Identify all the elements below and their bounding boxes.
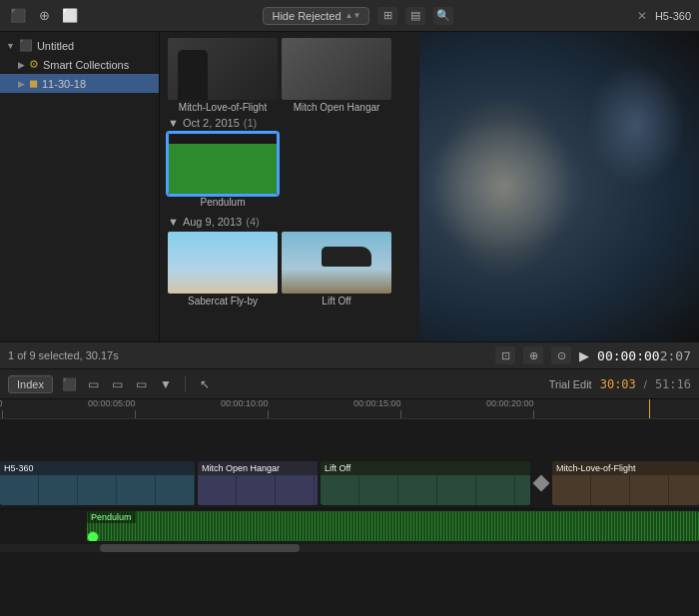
ruler-label: 00:00:05:00 [88,399,136,408]
video-track-row: H5-360 Mitch Open Hangar Lift Off Mitch-… [0,459,699,509]
arrow-icon: ▼ [6,41,15,51]
date-header: ▼ Oct 2, 2015 (1) [164,115,415,131]
toolbar-left: ⬛ ⊕ ⬜ [8,6,80,26]
timeline-transition[interactable] [533,461,549,505]
sidebar-item-label: Untitled [37,40,153,52]
count-badge: (1) [244,117,257,129]
sidebar-item-smart-collections[interactable]: ▶ ⚙ Smart Collections [0,55,159,74]
trial-edit-label: Trial Edit [549,378,592,390]
thumbnail-label: Sabercat Fly-by [188,296,258,307]
info-bar: 1 of 9 selected, 30.17s ⊡ ⊕ ⊙ ▶ 00:00:00… [0,341,699,369]
zoom-icon[interactable]: ⊕ [523,346,543,364]
thumbnail-mitch-love [168,38,278,100]
clip-appearance-icon[interactable]: ⊡ [495,346,515,364]
zoom-timeline-icon[interactable]: ▭ [133,375,151,393]
thumbnail-grid-2: Pendulum [164,131,415,210]
thumbnail-label: Pendulum [200,197,245,208]
date-section-oct2015: ▼ Oct 2, 2015 (1) Pendulum [164,115,415,210]
link-icon[interactable]: ⬛ [61,375,79,393]
thumbnail-grid-1: Mitch-Love-of-Flight Mitch Open Hangar [164,36,415,115]
cursor-icon[interactable]: ↖ [196,375,214,393]
clip-label: Mitch-Love-of-Flight [552,461,699,475]
timeline-ruler: 00:00:00:00 00:00:05:00 00:00:10:00 00:0… [0,399,699,419]
ruler-tick [2,410,3,418]
ruler-tick [268,410,269,418]
film-icon[interactable]: ⬛ [8,6,28,26]
settings-icon[interactable]: ⊙ [551,346,571,364]
list-item[interactable]: Mitch Open Hangar [282,38,391,113]
hide-rejected-button[interactable]: Hide Rejected ▲▼ [263,7,369,25]
filter-icon[interactable]: ▤ [405,7,425,25]
library-icon: ⬛ [19,39,33,52]
date-header: ▼ Aug 9, 2013 (4) [164,214,415,230]
collapse-arrow-icon[interactable]: ▼ [168,216,179,228]
timeline-clip-mitch-open[interactable]: Mitch Open Hangar [198,461,318,505]
thumbnail-grid-3: Sabercat Fly-by Lift Off [164,230,415,308]
thumbnail-liftoff [282,232,391,294]
playback-controls: ▶ [579,348,589,363]
thumbnail-label: Mitch Open Hangar [294,102,380,113]
separator [185,376,186,392]
date-label: Aug 9, 2013 [183,216,242,228]
dropdown-arrow-icon: ▲▼ [346,11,361,20]
list-item[interactable]: Lift Off [282,232,391,307]
top-bar: ⬛ ⊕ ⬜ Hide Rejected ▲▼ ⊞ ▤ 🔍 ✕ H5-360 [0,0,699,32]
timeline-tools: ⬛ ▭ ▭ ▭ ▼ ↖ [61,375,214,393]
blade-icon[interactable]: ▭ [109,375,127,393]
sidebar-item-label: Smart Collections [43,59,153,71]
clip-label: H5-360 [0,461,195,475]
dropdown-icon[interactable]: ▼ [157,375,175,393]
timeline-section: Index ⬛ ▭ ▭ ▭ ▼ ↖ Trial Edit 30:03 / 51:… [0,369,699,552]
horizontal-scrollbar[interactable] [0,544,699,552]
video-preview [419,32,699,341]
ruler-marks: 00:00:00:00 00:00:05:00 00:00:10:00 00:0… [0,399,699,418]
total-timecode: 51:16 [655,377,691,391]
scroll-thumb[interactable] [100,544,300,552]
list-item[interactable]: Mitch-Love-of-Flight [168,38,278,113]
thumbnail-sabercat [168,232,278,294]
main-content: ▼ ⬛ Untitled ▶ ⚙ Smart Collections ▶ ◼ 1… [0,32,699,341]
timecode-value: 00:00:002:07 [597,348,691,363]
toolbar-center: Hide Rejected ▲▼ ⊞ ▤ 🔍 [88,7,629,25]
clip-icon[interactable]: ▭ [85,375,103,393]
sidebar-item-label: 11-30-18 [42,78,153,90]
arrow-icon: ▶ [18,60,25,70]
audio-waveform [87,511,699,541]
timeline-header-right: Trial Edit 30:03 / 51:16 [222,377,691,391]
timeline-empty-space [0,419,699,459]
timeline-clip-h5360[interactable]: H5-360 [0,461,195,505]
sidebar-item-11-30-18[interactable]: ▶ ◼ 11-30-18 [0,74,159,93]
timeline-clip-mitch-love[interactable]: Mitch-Love-of-Flight [552,461,699,505]
selection-count-label: 1 of 9 selected, 30.17s [8,349,119,361]
arrow-icon: ▶ [18,79,25,89]
index-tab[interactable]: Index [8,375,53,393]
transition-icon [533,475,550,492]
preview-panel [419,32,699,341]
browser-panel: Mitch-Love-of-Flight Mitch Open Hangar ▼… [160,32,419,341]
clip-frames [198,475,318,505]
playhead[interactable] [649,399,650,418]
search-icon[interactable]: 🔍 [433,7,453,25]
timeline-clip-liftoff[interactable]: Lift Off [321,461,530,505]
library-panel: ▼ ⬛ Untitled ▶ ⚙ Smart Collections ▶ ◼ 1… [0,32,160,341]
audio-clip-label: Pendulum [87,511,136,523]
export-icon[interactable]: ⬜ [60,6,80,26]
thumbnail-mitch-open [282,38,391,100]
clip-label: Mitch Open Hangar [198,461,318,475]
sidebar-item-untitled[interactable]: ▼ ⬛ Untitled [0,36,159,55]
list-item[interactable]: Sabercat Fly-by [168,232,278,307]
collapse-arrow-icon[interactable]: ▼ [168,117,179,129]
play-button[interactable]: ▶ [579,348,589,363]
view-toggle-icon[interactable]: ⊞ [377,7,397,25]
audio-clip-marker[interactable] [87,531,99,541]
share-icon[interactable]: ⊕ [34,6,54,26]
fisheye-viewport [419,32,699,341]
date-label: Oct 2, 2015 [183,117,240,129]
date-section-aug2013: ▼ Aug 9, 2013 (4) Sabercat Fly-by Lift O… [164,214,415,308]
folder-icon: ⚙ [29,58,39,71]
ruler-tick [533,410,534,418]
timeline-clip-pendulum-audio[interactable]: Pendulum [87,511,699,541]
list-item[interactable]: Pendulum [168,133,278,208]
audio-track-row: Pendulum [0,509,699,544]
clip-label: Lift Off [321,461,530,475]
